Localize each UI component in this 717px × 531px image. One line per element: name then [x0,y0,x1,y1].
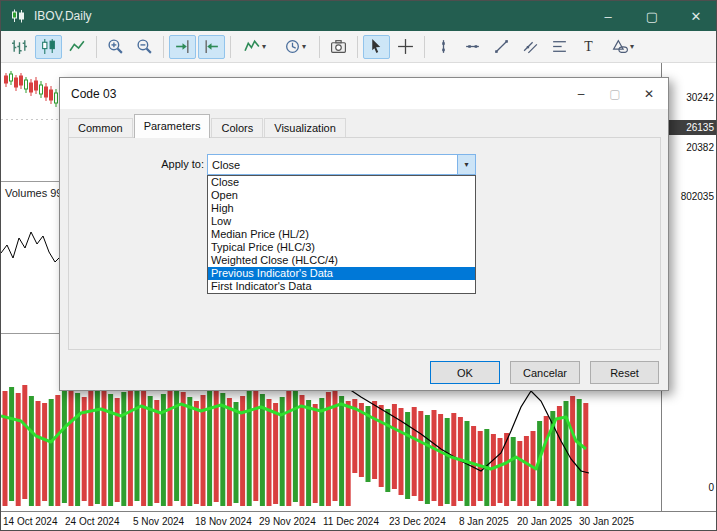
date-label: 11 Dec 2024 [323,516,379,527]
toolbar-separator [357,36,358,58]
toolbar-separator [96,36,97,58]
date-label: 5 Nov 2024 [133,516,184,527]
option-low[interactable]: Low [208,215,475,228]
chevron-down-icon[interactable]: ▾ [302,42,306,51]
shapes-icon [612,38,629,55]
tab-parameters[interactable]: Parameters [134,114,211,138]
combobox-value: Close [208,159,457,171]
vertical-line-icon [435,38,452,55]
date-label: 14 Oct 2024 [3,516,57,527]
indicators-icon [244,38,261,55]
window-minimize-button[interactable]: – [586,1,630,31]
camera-icon [330,38,347,55]
option-typical-price[interactable]: Typical Price (HLC/3) [208,241,475,254]
candlestick-icon [40,38,57,55]
tab-common[interactable]: Common [68,118,133,138]
equidistant-channel-tool-button[interactable] [517,35,544,59]
time-axis[interactable]: 14 Oct 2024 24 Oct 2024 5 Nov 2024 18 No… [1,511,717,531]
auto-scroll-button[interactable] [198,35,225,59]
toolbar-separator [424,36,425,58]
clock-icon [284,38,301,55]
date-label: 8 Jan 2025 [459,516,509,527]
titlebar: IBOV,Daily – ▢ ✕ [1,1,717,31]
tab-colors[interactable]: Colors [211,118,263,138]
date-label: 18 Nov 2024 [195,516,252,527]
trendline-icon [493,38,510,55]
indicator-properties-dialog: Code 03 – ▢ ✕ Common Parameters Colors V… [59,77,669,391]
option-high[interactable]: High [208,202,475,215]
window-maximize-button[interactable]: ▢ [630,1,674,31]
indicators-button[interactable]: ▾ [236,35,274,59]
app-icon [10,8,26,24]
fibonacci-tool-button[interactable] [546,35,573,59]
date-label: 20 Jan 2025 [517,516,572,527]
vertical-line-tool-button[interactable] [430,35,457,59]
cursor-icon [368,38,385,55]
date-label: 30 Jan 2025 [579,516,634,527]
screenshot-button[interactable] [325,35,352,59]
dialog-title: Code 03 [71,87,566,101]
shapes-tool-button[interactable]: ▾ [604,35,642,59]
toolbar-separator [163,36,164,58]
option-close[interactable]: Close [208,176,475,189]
date-label: 23 Dec 2024 [389,516,446,527]
zoom-out-button[interactable] [131,35,158,59]
tab-visualization[interactable]: Visualization [264,118,346,138]
zoom-in-icon [107,38,124,55]
ok-button[interactable]: OK [430,361,500,384]
horizontal-line-tool-button[interactable] [459,35,486,59]
combobox-dropdown-button[interactable]: ▾ [457,155,475,174]
crosshair-button[interactable] [392,35,419,59]
option-first-indicators-data[interactable]: First Indicator's Data [208,280,475,293]
cursor-button[interactable] [363,35,390,59]
apply-to-label: Apply to: [120,158,204,170]
date-label: 24 Oct 2024 [65,516,119,527]
toolbar: ▾ ▾ T [1,31,717,63]
horizontal-line-icon [464,38,481,55]
shift-chart-end-button[interactable] [169,35,196,59]
zoom-in-button[interactable] [102,35,129,59]
price-label: 0 [708,482,714,493]
line-chart-icon [69,38,86,55]
zoom-out-icon [136,38,153,55]
option-open[interactable]: Open [208,189,475,202]
price-axis[interactable]: 30242 26135 20382 802035 0 [661,63,717,511]
window-title: IBOV,Daily [34,9,586,23]
bar-chart-icon [11,38,28,55]
current-price-badge: 26135 [663,120,717,135]
fibonacci-icon [551,38,568,55]
timeframes-button[interactable]: ▾ [276,35,314,59]
toolbar-separator [230,36,231,58]
svg-text:T: T [584,39,593,54]
dialog-minimize-button[interactable]: – [566,83,596,105]
apply-to-combobox[interactable]: Close ▾ [207,154,476,175]
apply-to-dropdown-list: Close Open High Low Median Price (HL/2) … [207,175,476,294]
dialog-maximize-button[interactable]: ▢ [600,83,630,105]
price-label: 30242 [686,92,714,103]
reset-button[interactable]: Reset [590,361,659,384]
toolbar-separator [319,36,320,58]
option-median-price[interactable]: Median Price (HL/2) [208,228,475,241]
dialog-close-button[interactable]: ✕ [634,83,664,105]
text-tool-button[interactable]: T [575,35,602,59]
candlestick-chart-button[interactable] [35,35,62,59]
app-window: Volumes 99 30242 26135 20382 802035 0 14… [0,0,717,531]
chevron-down-icon[interactable]: ▾ [262,42,266,51]
trendline-tool-button[interactable] [488,35,515,59]
chevron-down-icon[interactable]: ▾ [630,42,634,51]
volumes-indicator-label: Volumes 99 [5,187,62,199]
window-close-button[interactable]: ✕ [674,1,717,31]
chevron-down-icon: ▾ [464,160,468,169]
channel-icon [522,38,539,55]
bar-chart-button[interactable] [6,35,33,59]
crosshair-icon [397,38,414,55]
line-chart-button[interactable] [64,35,91,59]
shift-chart-end-icon [174,38,191,55]
option-previous-indicators-data[interactable]: Previous Indicator's Data [208,267,475,280]
price-label: 20382 [686,142,714,153]
dialog-tabs: Common Parameters Colors Visualization [68,114,347,138]
dialog-titlebar: Code 03 – ▢ ✕ [60,78,668,109]
cancel-button[interactable]: Cancelar [510,361,580,384]
option-weighted-close[interactable]: Weighted Close (HLCC/4) [208,254,475,267]
price-label: 802035 [681,191,714,202]
